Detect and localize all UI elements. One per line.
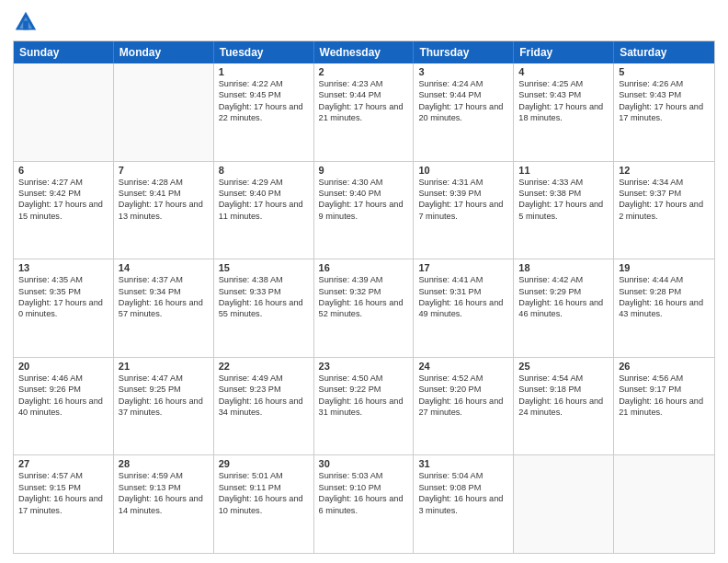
sunset-text: Sunset: 9:45 PM [219,90,281,99]
sunset-text: Sunset: 9:11 PM [219,483,281,492]
logo-icon [13,9,39,35]
cell-details: Sunrise: 4:34 AMSunset: 9:37 PMDaylight:… [619,177,710,223]
day-number: 17 [418,262,508,273]
sunrise-text: Sunrise: 4:28 AM [119,178,183,187]
calendar-row-4: 20Sunrise: 4:46 AMSunset: 9:26 PMDayligh… [14,358,714,456]
daylight-text: Daylight: 16 hours and 34 minutes. [219,396,303,417]
sunrise-text: Sunrise: 4:46 AM [18,373,83,383]
cell-details: Sunrise: 4:54 AMSunset: 9:18 PMDaylight:… [518,373,609,419]
empty-cell [514,455,614,553]
day-number: 9 [319,165,409,176]
cell-details: Sunrise: 4:25 AMSunset: 9:43 PMDaylight:… [518,78,609,124]
daylight-text: Daylight: 17 hours and 5 minutes. [518,200,603,220]
cell-details: Sunrise: 4:42 AMSunset: 9:29 PMDaylight:… [518,274,609,320]
sunrise-text: Sunrise: 4:24 AM [418,79,483,88]
daylight-text: Daylight: 17 hours and 2 minutes. [619,200,703,220]
day-cell-21: 21Sunrise: 4:47 AMSunset: 9:25 PMDayligh… [114,358,214,455]
sunrise-text: Sunrise: 4:33 AM [518,178,583,187]
day-number: 3 [418,66,508,77]
sunrise-text: Sunrise: 5:03 AM [319,471,383,480]
day-cell-31: 31Sunrise: 5:04 AMSunset: 9:08 PMDayligh… [414,455,514,553]
sunset-text: Sunset: 9:35 PM [18,287,81,296]
day-cell-16: 16Sunrise: 4:39 AMSunset: 9:32 PMDayligh… [314,259,415,357]
day-number: 31 [418,458,508,469]
cell-details: Sunrise: 5:04 AMSunset: 9:08 PMDaylight:… [418,470,508,516]
daylight-text: Daylight: 16 hours and 46 minutes. [518,298,603,318]
day-cell-22: 22Sunrise: 4:49 AMSunset: 9:23 PMDayligh… [214,358,314,455]
day-cell-9: 9Sunrise: 4:30 AMSunset: 9:40 PMDaylight… [314,162,415,259]
cell-details: Sunrise: 4:39 AMSunset: 9:32 PMDaylight:… [319,274,409,320]
daylight-text: Daylight: 16 hours and 21 minutes. [619,396,703,417]
daylight-text: Daylight: 16 hours and 49 minutes. [418,298,503,318]
cell-details: Sunrise: 4:35 AMSunset: 9:35 PMDaylight:… [18,274,108,320]
daylight-text: Daylight: 16 hours and 37 minutes. [119,396,203,417]
day-number: 6 [18,165,108,176]
day-cell-8: 8Sunrise: 4:29 AMSunset: 9:40 PMDaylight… [214,162,314,259]
day-number: 27 [18,458,108,469]
day-cell-15: 15Sunrise: 4:38 AMSunset: 9:33 PMDayligh… [214,259,314,357]
cell-details: Sunrise: 4:50 AMSunset: 9:22 PMDaylight:… [319,373,409,419]
sunset-text: Sunset: 9:10 PM [319,483,381,492]
sunset-text: Sunset: 9:38 PM [518,189,581,198]
sunrise-text: Sunrise: 4:42 AM [518,275,583,284]
day-cell-10: 10Sunrise: 4:31 AMSunset: 9:39 PMDayligh… [414,162,514,259]
sunrise-text: Sunrise: 4:49 AM [219,373,283,383]
day-number: 1 [219,66,309,77]
sunset-text: Sunset: 9:44 PM [418,90,481,99]
sunset-text: Sunset: 9:22 PM [319,385,381,394]
day-number: 10 [418,165,508,176]
day-number: 19 [619,262,710,273]
cell-details: Sunrise: 4:49 AMSunset: 9:23 PMDaylight:… [219,373,309,419]
sunset-text: Sunset: 9:29 PM [518,287,581,296]
sunrise-text: Sunrise: 4:47 AM [119,373,183,383]
day-cell-29: 29Sunrise: 5:01 AMSunset: 9:11 PMDayligh… [214,455,314,553]
cell-details: Sunrise: 4:31 AMSunset: 9:39 PMDaylight:… [418,177,508,223]
header-day-monday: Monday [114,41,214,63]
cell-details: Sunrise: 4:33 AMSunset: 9:38 PMDaylight:… [518,177,609,223]
daylight-text: Daylight: 16 hours and 17 minutes. [18,494,103,514]
day-number: 25 [518,361,609,372]
sunset-text: Sunset: 9:08 PM [418,483,481,492]
day-cell-25: 25Sunrise: 4:54 AMSunset: 9:18 PMDayligh… [514,358,614,455]
day-number: 4 [518,66,609,77]
header-day-sunday: Sunday [14,41,114,63]
sunrise-text: Sunrise: 4:41 AM [418,275,483,284]
day-number: 30 [319,458,409,469]
header-day-tuesday: Tuesday [214,41,314,63]
daylight-text: Daylight: 16 hours and 57 minutes. [119,298,203,318]
sunset-text: Sunset: 9:33 PM [219,287,281,296]
day-cell-2: 2Sunrise: 4:23 AMSunset: 9:44 PMDaylight… [314,63,415,161]
sunset-text: Sunset: 9:25 PM [119,385,181,394]
day-number: 7 [119,165,209,176]
day-number: 22 [219,361,309,372]
daylight-text: Daylight: 16 hours and 43 minutes. [619,298,703,318]
cell-details: Sunrise: 4:56 AMSunset: 9:17 PMDaylight:… [619,373,710,419]
day-number: 20 [18,361,108,372]
day-cell-14: 14Sunrise: 4:37 AMSunset: 9:34 PMDayligh… [114,259,214,357]
day-number: 12 [619,165,710,176]
calendar-body: 1Sunrise: 4:22 AMSunset: 9:45 PMDaylight… [14,63,714,553]
day-cell-24: 24Sunrise: 4:52 AMSunset: 9:20 PMDayligh… [414,358,514,455]
cell-details: Sunrise: 4:29 AMSunset: 9:40 PMDaylight:… [219,177,309,223]
sunset-text: Sunset: 9:43 PM [518,90,581,99]
sunrise-text: Sunrise: 4:23 AM [319,79,383,88]
daylight-text: Daylight: 17 hours and 17 minutes. [619,102,703,122]
day-cell-23: 23Sunrise: 4:50 AMSunset: 9:22 PMDayligh… [314,358,415,455]
day-number: 14 [119,262,209,273]
sunrise-text: Sunrise: 4:50 AM [319,373,383,383]
cell-details: Sunrise: 4:28 AMSunset: 9:41 PMDaylight:… [119,177,209,223]
sunrise-text: Sunrise: 4:22 AM [219,79,283,88]
sunrise-text: Sunrise: 4:27 AM [18,178,83,187]
header-day-thursday: Thursday [414,41,514,63]
sunrise-text: Sunrise: 4:57 AM [18,471,83,480]
sunset-text: Sunset: 9:42 PM [18,189,81,198]
cell-details: Sunrise: 4:30 AMSunset: 9:40 PMDaylight:… [319,177,409,223]
daylight-text: Daylight: 17 hours and 7 minutes. [418,200,503,220]
day-number: 21 [119,361,209,372]
day-cell-6: 6Sunrise: 4:27 AMSunset: 9:42 PMDaylight… [14,162,114,259]
header-day-friday: Friday [514,41,614,63]
sunrise-text: Sunrise: 4:31 AM [418,178,483,187]
daylight-text: Daylight: 16 hours and 55 minutes. [219,298,303,318]
sunset-text: Sunset: 9:26 PM [18,385,81,394]
day-number: 24 [418,361,508,372]
